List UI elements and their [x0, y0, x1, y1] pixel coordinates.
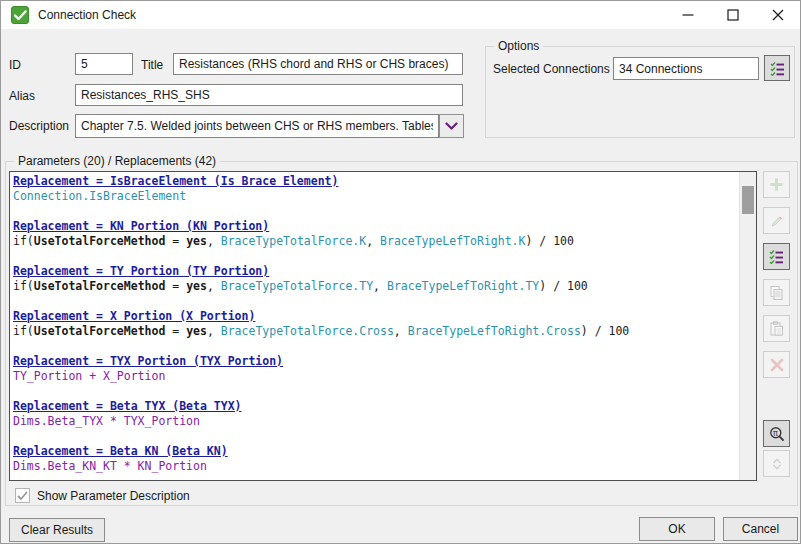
check-icon: [17, 491, 28, 501]
minimize-icon: [682, 9, 694, 21]
checkbox-box: [15, 488, 30, 503]
selected-connections-label: Selected Connections: [493, 58, 610, 80]
description-label: Description: [9, 115, 69, 137]
description-input[interactable]: [75, 114, 439, 138]
paste-button[interactable]: [763, 315, 790, 342]
selected-connections-input[interactable]: [613, 57, 759, 80]
pencil-icon: [769, 213, 784, 228]
show-parameter-description-checkbox[interactable]: Show Parameter Description: [15, 488, 190, 503]
titlebar: Connection Check: [1, 1, 800, 29]
copy-button[interactable]: [763, 279, 790, 306]
alias-label: Alias: [9, 85, 35, 107]
parameters-group-title: Parameters (20) / Replacements (42): [14, 154, 220, 168]
delete-button[interactable]: [763, 351, 790, 378]
id-input[interactable]: [75, 53, 133, 75]
chevron-down-icon: [445, 122, 458, 131]
checklist-icon: [770, 61, 785, 76]
checklist-icon: [769, 249, 784, 264]
code-editor: Replacement = IsBraceElement (Is Brace E…: [13, 174, 738, 480]
title-label: Title: [141, 54, 163, 76]
clear-results-button[interactable]: Clear Results: [9, 518, 105, 542]
close-button[interactable]: [755, 1, 800, 29]
delete-x-icon: [770, 358, 784, 372]
maximize-icon: [727, 9, 739, 21]
description-expand-button[interactable]: [439, 114, 464, 138]
cancel-button[interactable]: Cancel: [723, 517, 798, 541]
editor-scrollbar-thumb[interactable]: [742, 186, 754, 214]
title-input[interactable]: [173, 53, 463, 75]
ok-button[interactable]: OK: [639, 517, 715, 541]
options-group-title: Options: [494, 39, 543, 53]
clipboard-icon: [769, 321, 784, 336]
maximize-button[interactable]: [710, 1, 755, 29]
connection-check-dialog: Connection Check ID Title Alias Descript…: [0, 0, 801, 544]
minimize-button[interactable]: [665, 1, 710, 29]
select-replacements-button[interactable]: [763, 243, 790, 270]
app-check-icon: [11, 6, 29, 24]
replacements-editor[interactable]: Replacement = IsBraceElement (Is Brace E…: [9, 171, 757, 481]
plus-icon: [769, 177, 784, 192]
svg-text:π: π: [773, 428, 778, 437]
checkbox-label: Show Parameter Description: [37, 489, 190, 503]
reorder-button[interactable]: [763, 450, 790, 477]
select-connections-button[interactable]: [764, 55, 790, 81]
double-chevron-icon: [770, 457, 784, 471]
alias-input[interactable]: [75, 84, 463, 106]
editor-scrollbar[interactable]: [739, 172, 756, 480]
window-title: Connection Check: [38, 8, 136, 22]
copy-icon: [769, 285, 784, 300]
formula-zoom-button[interactable]: π: [763, 420, 790, 447]
magnifier-pi-icon: π: [769, 426, 785, 442]
close-icon: [772, 9, 784, 21]
add-parameter-button[interactable]: [763, 171, 790, 198]
id-label: ID: [9, 54, 21, 76]
edit-parameter-button[interactable]: [763, 207, 790, 234]
